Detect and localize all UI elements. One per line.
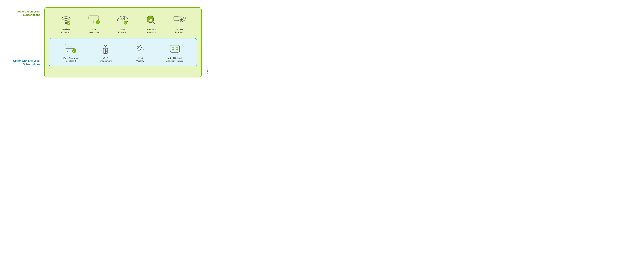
svg-point-42 bbox=[176, 48, 178, 50]
svg-rect-19 bbox=[174, 17, 179, 21]
svg-point-12 bbox=[124, 21, 127, 25]
marvis-item: Virtual NetworkAssistant (Marvis) bbox=[164, 42, 186, 63]
marvis-label: Virtual NetworkAssistant (Marvis) bbox=[166, 57, 184, 63]
org-level-label: Organization-LevelSubscriptions bbox=[17, 10, 40, 17]
left-labels: Organization-LevelSubscriptions Option w… bbox=[13, 7, 40, 77]
marvis-icon bbox=[168, 42, 181, 55]
svg-point-0 bbox=[65, 22, 67, 24]
org-subscriptions-row: WirelessAssurance bbox=[49, 12, 197, 35]
site-level-label: Option with Site-LevelSubscriptions bbox=[13, 59, 40, 66]
site-subscriptions-box: Wired Assurancefor Class 4 bbox=[49, 38, 197, 66]
wireless-assurance-label: WirelessAssurance bbox=[61, 28, 71, 34]
wan-assurance-icon bbox=[116, 13, 129, 26]
premium-analytics-icon bbox=[145, 13, 158, 26]
svg-line-10 bbox=[122, 20, 124, 20]
premium-analytics-item: PremiumAnalytics bbox=[140, 13, 162, 34]
access-assurance-icon bbox=[173, 13, 186, 26]
svg-point-27 bbox=[72, 49, 76, 53]
svg-point-36 bbox=[142, 47, 144, 48]
wired-assurance-icon bbox=[88, 13, 101, 26]
wired-assurance-item: WiredAssurance bbox=[84, 13, 105, 34]
svg-line-17 bbox=[153, 22, 155, 24]
svg-rect-38 bbox=[170, 45, 180, 52]
svg-point-31 bbox=[138, 46, 140, 48]
wan-assurance-item: WANAssurance bbox=[112, 13, 134, 34]
svg-point-41 bbox=[172, 48, 174, 50]
wireless-assurance-item: WirelessAssurance bbox=[55, 13, 77, 34]
svg-point-22 bbox=[181, 20, 182, 21]
access-assurance-label: AccessAssurance bbox=[175, 28, 185, 34]
vble-engagement-label: vBLEEngagement bbox=[100, 57, 112, 63]
wired-assurance-label: WiredAssurance bbox=[89, 28, 100, 34]
outer-box: WirelessAssurance bbox=[44, 7, 202, 77]
svg-point-6 bbox=[121, 18, 122, 20]
svg-marker-20 bbox=[179, 16, 181, 21]
svg-point-28 bbox=[105, 46, 106, 48]
svg-rect-16 bbox=[152, 19, 152, 22]
wireless-assurance-icon bbox=[60, 13, 72, 26]
asset-visibility-label: AssetVisibility bbox=[136, 57, 144, 63]
svg-point-37 bbox=[142, 49, 143, 50]
svg-point-23 bbox=[183, 17, 186, 19]
svg-point-1 bbox=[67, 21, 70, 25]
premium-analytics-label: PremiumAnalytics bbox=[147, 28, 156, 34]
vble-engagement-icon bbox=[99, 42, 112, 55]
access-assurance-item: AccessAssurance bbox=[169, 13, 190, 34]
wired-class4-icon bbox=[64, 42, 77, 55]
diagram-annotation: jn-001007 bbox=[207, 67, 208, 74]
svg-rect-14 bbox=[148, 20, 150, 22]
asset-visibility-item: AssetVisibility bbox=[130, 42, 151, 63]
vble-engagement-item: vBLEEngagement bbox=[95, 42, 116, 63]
page-container: Organization-LevelSubscriptions Option w… bbox=[0, 0, 215, 85]
svg-rect-15 bbox=[150, 19, 151, 22]
wired-class4-label: Wired Assurancefor Class 4 bbox=[63, 57, 79, 63]
wired-class4-item: Wired Assurancefor Class 4 bbox=[60, 42, 82, 63]
wan-assurance-label: WANAssurance bbox=[118, 28, 128, 34]
svg-point-5 bbox=[96, 20, 100, 24]
asset-visibility-icon bbox=[134, 42, 147, 55]
